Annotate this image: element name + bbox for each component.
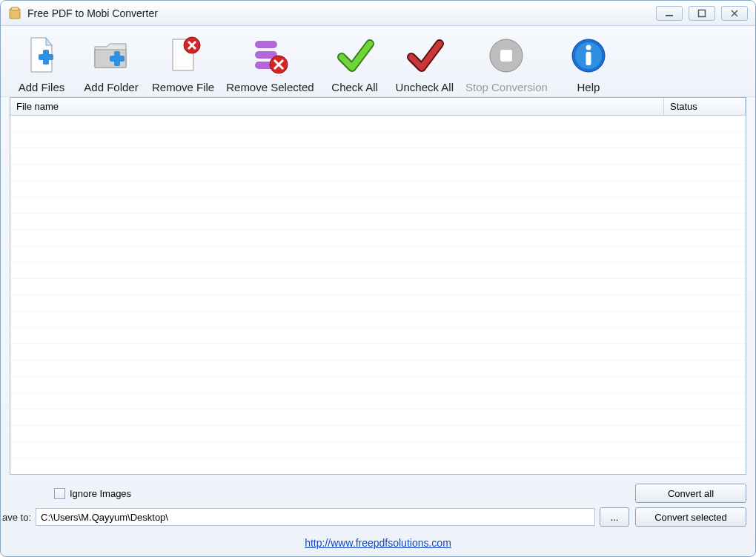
svg-rect-3 [699, 10, 706, 16]
svg-rect-2 [666, 15, 673, 16]
footer-link[interactable]: http://www.freepdfsolutions.com [305, 537, 451, 549]
uncheck-all-icon [401, 32, 448, 79]
check-all-button[interactable]: Check All [322, 30, 388, 96]
browse-button[interactable]: ... [600, 507, 629, 527]
ignore-images-checkbox[interactable] [54, 488, 65, 499]
help-button[interactable]: Help [555, 30, 622, 96]
app-window: Free PDF to Mobi Converter [0, 0, 756, 557]
close-button[interactable] [721, 6, 748, 21]
list-remove-icon [246, 32, 294, 79]
check-all-icon [331, 32, 379, 79]
column-headers: File name Status [10, 98, 746, 116]
stop-conversion-button[interactable]: Stop Conversion [461, 30, 552, 96]
app-icon [8, 7, 21, 20]
column-filename[interactable]: File name [10, 98, 664, 115]
titlebar: Free PDF to Mobi Converter [1, 1, 755, 26]
file-list: File name Status [10, 97, 746, 475]
uncheck-all-button[interactable]: Uncheck All [391, 30, 458, 96]
svg-rect-1 [11, 7, 19, 10]
svg-rect-5 [43, 50, 49, 65]
minimize-button[interactable] [656, 6, 683, 21]
toolbar: Add Files Add Folder [1, 26, 755, 97]
stop-conversion-label: Stop Conversion [465, 81, 548, 93]
folder-plus-icon [87, 32, 135, 79]
svg-point-17 [586, 45, 591, 50]
remove-file-label: Remove File [152, 81, 214, 93]
remove-file-button[interactable]: Remove File [147, 30, 219, 96]
convert-all-button[interactable]: Convert all [635, 484, 746, 503]
save-to-label: ave to: [1, 512, 31, 523]
remove-selected-button[interactable]: Remove Selected [222, 30, 318, 96]
help-label: Help [577, 81, 600, 93]
ignore-images-label: Ignore Images [70, 488, 131, 499]
add-folder-button[interactable]: Add Folder [78, 30, 145, 96]
remove-selected-label: Remove Selected [226, 81, 314, 93]
add-folder-label: Add Folder [84, 81, 138, 93]
file-plus-icon [18, 32, 65, 79]
file-list-body[interactable] [10, 116, 746, 474]
convert-selected-button[interactable]: Convert selected [635, 507, 746, 527]
check-all-label: Check All [331, 81, 378, 93]
svg-rect-14 [500, 50, 512, 62]
window-title: Free PDF to Mobi Converter [27, 7, 656, 19]
footer: http://www.freepdfsolutions.com [1, 534, 755, 556]
bottom-panel: Ignore Images Convert all ave to: ... Co… [1, 479, 755, 534]
stop-icon [483, 32, 530, 79]
file-remove-icon [159, 32, 207, 79]
svg-rect-7 [114, 51, 120, 66]
window-controls [656, 6, 748, 21]
column-status[interactable]: Status [664, 98, 746, 115]
svg-rect-18 [586, 52, 591, 65]
maximize-button[interactable] [689, 6, 715, 21]
add-files-label: Add Files [19, 81, 65, 93]
info-icon [565, 32, 612, 79]
svg-rect-9 [255, 41, 277, 48]
save-to-input[interactable] [36, 508, 595, 526]
add-files-button[interactable]: Add Files [8, 30, 75, 96]
uncheck-all-label: Uncheck All [396, 81, 454, 93]
